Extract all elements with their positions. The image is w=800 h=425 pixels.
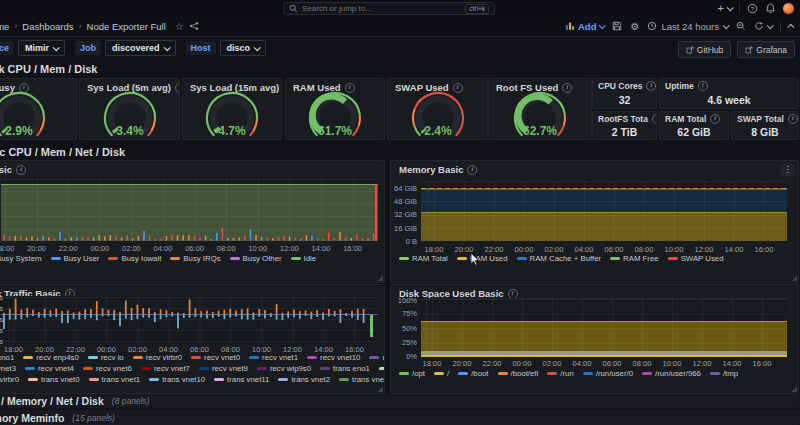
x-axis-tick: 22:00: [483, 359, 502, 368]
variable-select-job[interactable]: discovered: [105, 40, 176, 56]
legend-item[interactable]: /opt: [399, 369, 425, 378]
info-icon[interactable]: i: [467, 165, 477, 175]
alerts-bell-icon[interactable]: [765, 3, 776, 14]
legend-item[interactable]: recv wlp9s0: [257, 364, 311, 373]
panel-title[interactable]: SWAP Total: [737, 114, 784, 124]
legend-item[interactable]: RAM Cache + Buffer: [517, 254, 602, 263]
legend-item[interactable]: /boot: [458, 369, 488, 378]
legend-item[interactable]: /run: [547, 369, 573, 378]
legend-item[interactable]: /tmp: [710, 369, 738, 378]
info-icon[interactable]: i: [508, 289, 518, 299]
legend-item[interactable]: Busy Other: [230, 254, 282, 263]
collapsed-row-memory-meminfo[interactable]: Memory Meminfo (15 panels): [0, 410, 800, 425]
legend-item[interactable]: trans vnet0: [28, 375, 80, 384]
panel-menu-icon[interactable]: ⋮: [781, 164, 794, 176]
legend-item[interactable]: /boot/efi: [498, 369, 539, 378]
info-icon[interactable]: i: [16, 165, 26, 175]
x-axis-tick: 12:00: [280, 244, 299, 253]
zoom-out-icon[interactable]: [736, 21, 746, 31]
legend-item[interactable]: recv vnet1: [249, 353, 298, 362]
share-icon[interactable]: [189, 21, 199, 31]
legend-item[interactable]: Busy System: [0, 254, 42, 263]
row-title-basic[interactable]: Basic CPU / Mem / Net / Disk: [0, 146, 125, 158]
legend-swatch: [291, 257, 301, 260]
github-link-button[interactable]: GitHub: [678, 41, 731, 58]
breadcrumb-dashboards[interactable]: Dashboards: [22, 21, 73, 32]
favorite-star-icon[interactable]: ☆: [175, 21, 184, 32]
legend-item[interactable]: Busy Iowait: [108, 254, 161, 263]
info-icon[interactable]: i: [710, 114, 720, 124]
add-panel-button[interactable]: Add: [565, 21, 604, 32]
network-traffic-chart[interactable]: [1, 296, 378, 343]
legend-item[interactable]: trans vnet11: [214, 375, 269, 384]
legend-item[interactable]: recv vnet6: [83, 364, 132, 373]
resize-handle[interactable]: [377, 275, 383, 281]
info-icon[interactable]: i: [646, 81, 656, 91]
legend-item[interactable]: Busy User: [51, 254, 100, 263]
info-icon[interactable]: i: [698, 81, 708, 91]
panel-title[interactable]: RootFS Tota: [598, 114, 648, 124]
info-icon[interactable]: i: [788, 114, 798, 124]
legend-item[interactable]: trans vnet2: [278, 375, 330, 384]
save-icon[interactable]: [612, 21, 622, 31]
legend-item[interactable]: recv vnet10: [307, 353, 360, 362]
legend-item[interactable]: recv vnet9: [199, 364, 248, 373]
legend-item[interactable]: recv vnet11: [369, 353, 385, 362]
legend-item[interactable]: trans enp4s0: [379, 364, 385, 373]
breadcrumb-home[interactable]: Home: [0, 21, 9, 32]
legend-item[interactable]: trans vnet1: [89, 375, 141, 384]
legend-item[interactable]: recv virbr0: [133, 353, 182, 362]
variable-select-datasource[interactable]: Mimir: [18, 40, 65, 56]
row-title-quick[interactable]: Quick CPU / Mem / Disk: [0, 63, 97, 75]
user-avatar[interactable]: [783, 3, 794, 14]
new-menu-button[interactable]: +: [718, 2, 732, 14]
legend-item[interactable]: RAM Used: [457, 254, 508, 263]
legend-item[interactable]: recv vnet0: [191, 353, 240, 362]
panel-title[interactable]: Uptime: [665, 81, 694, 91]
legend-swatch: [399, 372, 409, 375]
legend-item[interactable]: recv vnet3: [0, 364, 16, 373]
legend-item[interactable]: recv vnet4: [25, 364, 74, 373]
legend-label: recv vnet7: [154, 364, 190, 373]
help-icon[interactable]: ?: [747, 3, 758, 14]
memory-basic-chart[interactable]: [421, 181, 787, 241]
legend-item[interactable]: trans virbr0: [0, 375, 19, 384]
legend-item[interactable]: trans eno1: [320, 364, 370, 373]
legend-item[interactable]: /run/user/966: [642, 369, 701, 378]
grafana-link-button[interactable]: Grafana: [737, 41, 795, 58]
refresh-icon: [754, 21, 764, 31]
time-range-picker[interactable]: Last 24 hours: [647, 21, 728, 32]
cpu-basic-chart[interactable]: [1, 179, 378, 241]
settings-gear-icon[interactable]: ⚙: [630, 21, 639, 32]
disk-space-chart[interactable]: [421, 298, 787, 357]
legend-item[interactable]: RAM Free: [610, 254, 659, 263]
panel-title[interactable]: RAM Total: [665, 114, 706, 124]
resize-handle[interactable]: [791, 275, 797, 281]
legend-item[interactable]: recv lo: [88, 353, 124, 362]
search-input[interactable]: [302, 4, 461, 13]
resize-handle[interactable]: [377, 386, 383, 392]
chevron-up-icon[interactable]: [787, 23, 794, 30]
legend-swatch: [307, 356, 317, 359]
legend-item[interactable]: Busy IRQs: [170, 254, 220, 263]
refresh-button[interactable]: [754, 21, 772, 31]
x-axis-tick: 20:00: [27, 244, 46, 253]
legend-item[interactable]: Idle: [291, 254, 317, 263]
legend-item[interactable]: recv eno1: [0, 353, 14, 362]
panel-title[interactable]: CPU Cores: [598, 81, 642, 91]
legend-item[interactable]: trans vnet10: [149, 375, 205, 384]
legend-item[interactable]: recv vnet7: [141, 364, 190, 373]
legend-item[interactable]: SWAP Used: [668, 254, 724, 263]
legend-item[interactable]: RAM Total: [399, 254, 448, 263]
legend-item[interactable]: recv enp4s0: [23, 353, 78, 362]
search-box[interactable]: ctrl+k: [283, 2, 495, 15]
variable-select-host[interactable]: disco: [220, 40, 267, 56]
legend-item[interactable]: trans vnet3: [339, 375, 385, 384]
panel-title[interactable]: Memory Basic: [399, 164, 463, 175]
legend-item[interactable]: /: [434, 369, 449, 378]
legend-item[interactable]: /run/user/0: [583, 369, 633, 378]
resize-handle[interactable]: [791, 386, 797, 392]
panel-title[interactable]: CPU Basic: [0, 164, 12, 175]
info-icon[interactable]: i: [652, 114, 657, 124]
collapsed-row-cpu-memory-net-disk[interactable]: CPU / Memory / Net / Disk (8 panels): [0, 394, 800, 408]
